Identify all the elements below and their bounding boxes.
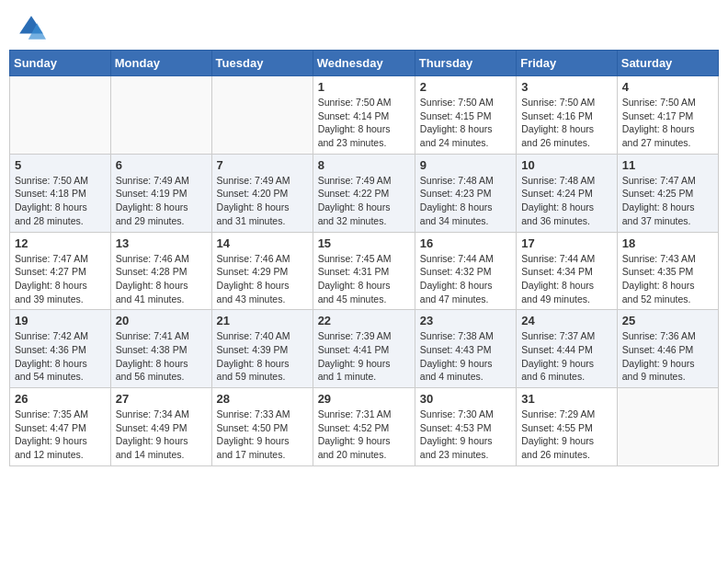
- calendar-week-row: 12Sunrise: 7:47 AM Sunset: 4:27 PM Dayli…: [10, 232, 719, 310]
- page-header: [0, 0, 728, 50]
- calendar-day-cell: 11Sunrise: 7:47 AM Sunset: 4:25 PM Dayli…: [617, 154, 718, 232]
- day-number: 7: [217, 158, 308, 172]
- day-info-text: Sunrise: 7:44 AM Sunset: 4:34 PM Dayligh…: [521, 252, 612, 306]
- weekday-header-thursday: Thursday: [415, 51, 516, 76]
- day-number: 31: [521, 392, 612, 406]
- day-info-text: Sunrise: 7:49 AM Sunset: 4:19 PM Dayligh…: [116, 174, 207, 228]
- day-info-text: Sunrise: 7:48 AM Sunset: 4:24 PM Dayligh…: [521, 174, 612, 228]
- calendar-day-cell: 25Sunrise: 7:36 AM Sunset: 4:46 PM Dayli…: [617, 310, 718, 388]
- calendar-day-cell: 6Sunrise: 7:49 AM Sunset: 4:19 PM Daylig…: [110, 154, 211, 232]
- day-number: 11: [622, 158, 713, 172]
- calendar-day-cell: 24Sunrise: 7:37 AM Sunset: 4:44 PM Dayli…: [517, 310, 618, 388]
- day-info-text: Sunrise: 7:50 AM Sunset: 4:18 PM Dayligh…: [15, 174, 106, 228]
- day-info-text: Sunrise: 7:37 AM Sunset: 4:44 PM Dayligh…: [521, 329, 612, 384]
- empty-day-cell: [617, 388, 718, 466]
- empty-day-cell: [211, 76, 313, 155]
- day-number: 29: [318, 392, 410, 406]
- day-number: 30: [420, 392, 511, 406]
- day-number: 9: [420, 158, 511, 172]
- calendar-day-cell: 16Sunrise: 7:44 AM Sunset: 4:32 PM Dayli…: [415, 232, 516, 310]
- day-number: 24: [521, 314, 612, 327]
- day-number: 22: [318, 314, 410, 327]
- day-number: 16: [420, 236, 511, 250]
- calendar-table: SundayMondayTuesdayWednesdayThursdayFrid…: [9, 50, 719, 466]
- calendar-week-row: 19Sunrise: 7:42 AM Sunset: 4:36 PM Dayli…: [10, 310, 719, 388]
- day-info-text: Sunrise: 7:33 AM Sunset: 4:50 PM Dayligh…: [217, 408, 308, 462]
- calendar-day-cell: 9Sunrise: 7:48 AM Sunset: 4:23 PM Daylig…: [415, 154, 516, 232]
- day-info-text: Sunrise: 7:31 AM Sunset: 4:52 PM Dayligh…: [318, 408, 410, 462]
- day-info-text: Sunrise: 7:44 AM Sunset: 4:32 PM Dayligh…: [420, 252, 511, 306]
- calendar-day-cell: 20Sunrise: 7:41 AM Sunset: 4:38 PM Dayli…: [110, 310, 211, 388]
- day-number: 8: [318, 158, 410, 172]
- calendar-body: 1Sunrise: 7:50 AM Sunset: 4:14 PM Daylig…: [10, 76, 719, 466]
- calendar-wrapper: SundayMondayTuesdayWednesdayThursdayFrid…: [0, 50, 728, 476]
- calendar-day-cell: 8Sunrise: 7:49 AM Sunset: 4:22 PM Daylig…: [313, 154, 415, 232]
- day-number: 25: [622, 314, 713, 327]
- day-info-text: Sunrise: 7:50 AM Sunset: 4:14 PM Dayligh…: [318, 96, 410, 150]
- weekday-header-saturday: Saturday: [617, 51, 718, 76]
- day-number: 19: [15, 314, 106, 327]
- day-info-text: Sunrise: 7:41 AM Sunset: 4:38 PM Dayligh…: [116, 329, 207, 384]
- calendar-day-cell: 28Sunrise: 7:33 AM Sunset: 4:50 PM Dayli…: [211, 388, 313, 466]
- day-number: 28: [217, 392, 308, 406]
- day-number: 15: [318, 236, 410, 250]
- calendar-day-cell: 5Sunrise: 7:50 AM Sunset: 4:18 PM Daylig…: [10, 154, 111, 232]
- weekday-header-row: SundayMondayTuesdayWednesdayThursdayFrid…: [10, 51, 719, 76]
- day-number: 3: [521, 80, 612, 94]
- day-info-text: Sunrise: 7:35 AM Sunset: 4:47 PM Dayligh…: [15, 408, 106, 462]
- day-info-text: Sunrise: 7:39 AM Sunset: 4:41 PM Dayligh…: [318, 329, 410, 384]
- day-info-text: Sunrise: 7:38 AM Sunset: 4:43 PM Dayligh…: [420, 329, 511, 384]
- calendar-week-row: 26Sunrise: 7:35 AM Sunset: 4:47 PM Dayli…: [10, 388, 719, 466]
- calendar-day-cell: 14Sunrise: 7:46 AM Sunset: 4:29 PM Dayli…: [211, 232, 313, 310]
- day-number: 20: [116, 314, 207, 327]
- calendar-day-cell: 29Sunrise: 7:31 AM Sunset: 4:52 PM Dayli…: [313, 388, 415, 466]
- day-number: 17: [521, 236, 612, 250]
- weekday-header-friday: Friday: [517, 51, 618, 76]
- day-info-text: Sunrise: 7:49 AM Sunset: 4:20 PM Dayligh…: [217, 174, 308, 228]
- day-info-text: Sunrise: 7:47 AM Sunset: 4:27 PM Dayligh…: [15, 252, 106, 306]
- day-info-text: Sunrise: 7:49 AM Sunset: 4:22 PM Dayligh…: [318, 174, 410, 228]
- calendar-day-cell: 19Sunrise: 7:42 AM Sunset: 4:36 PM Dayli…: [10, 310, 111, 388]
- day-number: 21: [217, 314, 308, 327]
- day-number: 1: [318, 80, 410, 94]
- day-number: 18: [622, 236, 713, 250]
- calendar-day-cell: 12Sunrise: 7:47 AM Sunset: 4:27 PM Dayli…: [10, 232, 111, 310]
- day-info-text: Sunrise: 7:48 AM Sunset: 4:23 PM Dayligh…: [420, 174, 511, 228]
- calendar-day-cell: 17Sunrise: 7:44 AM Sunset: 4:34 PM Dayli…: [517, 232, 618, 310]
- day-info-text: Sunrise: 7:50 AM Sunset: 4:15 PM Dayligh…: [420, 96, 511, 150]
- calendar-day-cell: 26Sunrise: 7:35 AM Sunset: 4:47 PM Dayli…: [10, 388, 111, 466]
- calendar-day-cell: 31Sunrise: 7:29 AM Sunset: 4:55 PM Dayli…: [517, 388, 618, 466]
- calendar-day-cell: 21Sunrise: 7:40 AM Sunset: 4:39 PM Dayli…: [211, 310, 313, 388]
- calendar-day-cell: 4Sunrise: 7:50 AM Sunset: 4:17 PM Daylig…: [617, 76, 718, 155]
- calendar-day-cell: 22Sunrise: 7:39 AM Sunset: 4:41 PM Dayli…: [313, 310, 415, 388]
- day-info-text: Sunrise: 7:42 AM Sunset: 4:36 PM Dayligh…: [15, 329, 106, 384]
- calendar-week-row: 5Sunrise: 7:50 AM Sunset: 4:18 PM Daylig…: [10, 154, 719, 232]
- day-info-text: Sunrise: 7:46 AM Sunset: 4:28 PM Dayligh…: [116, 252, 207, 306]
- calendar-day-cell: 13Sunrise: 7:46 AM Sunset: 4:28 PM Dayli…: [110, 232, 211, 310]
- calendar-day-cell: 3Sunrise: 7:50 AM Sunset: 4:16 PM Daylig…: [517, 76, 618, 155]
- day-number: 4: [622, 80, 713, 94]
- calendar-day-cell: 2Sunrise: 7:50 AM Sunset: 4:15 PM Daylig…: [415, 76, 516, 155]
- day-info-text: Sunrise: 7:46 AM Sunset: 4:29 PM Dayligh…: [217, 252, 308, 306]
- day-number: 13: [116, 236, 207, 250]
- weekday-header-monday: Monday: [110, 51, 211, 76]
- calendar-day-cell: 15Sunrise: 7:45 AM Sunset: 4:31 PM Dayli…: [313, 232, 415, 310]
- calendar-day-cell: 23Sunrise: 7:38 AM Sunset: 4:43 PM Dayli…: [415, 310, 516, 388]
- day-info-text: Sunrise: 7:50 AM Sunset: 4:16 PM Dayligh…: [521, 96, 612, 150]
- calendar-day-cell: 1Sunrise: 7:50 AM Sunset: 4:14 PM Daylig…: [313, 76, 415, 155]
- calendar-header: SundayMondayTuesdayWednesdayThursdayFrid…: [10, 51, 719, 76]
- empty-day-cell: [10, 76, 111, 155]
- day-number: 26: [15, 392, 106, 406]
- logo: [17, 13, 48, 42]
- day-info-text: Sunrise: 7:50 AM Sunset: 4:17 PM Dayligh…: [622, 96, 713, 150]
- logo-icon: [17, 13, 46, 42]
- weekday-header-sunday: Sunday: [10, 51, 111, 76]
- day-number: 14: [217, 236, 308, 250]
- day-number: 6: [116, 158, 207, 172]
- weekday-header-wednesday: Wednesday: [313, 51, 415, 76]
- calendar-day-cell: 27Sunrise: 7:34 AM Sunset: 4:49 PM Dayli…: [110, 388, 211, 466]
- empty-day-cell: [110, 76, 211, 155]
- day-number: 23: [420, 314, 511, 327]
- calendar-day-cell: 10Sunrise: 7:48 AM Sunset: 4:24 PM Dayli…: [517, 154, 618, 232]
- weekday-header-tuesday: Tuesday: [211, 51, 313, 76]
